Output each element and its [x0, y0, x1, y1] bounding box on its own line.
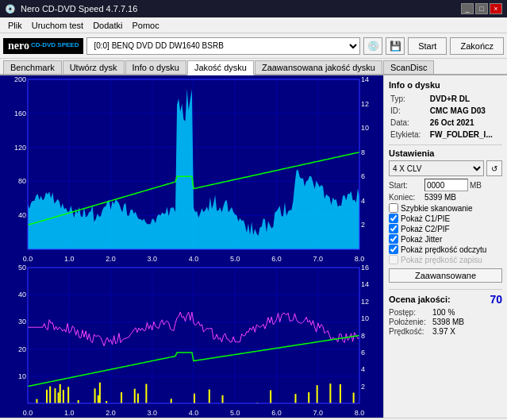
maximize-button[interactable]: □ — [475, 3, 488, 14]
cb-write-speed: Pokaż prędkość zapisu — [389, 255, 502, 264]
info-row-type: Typ: DVD+R DL — [390, 94, 501, 104]
tab-create-disc[interactable]: Utwórz dysk — [63, 60, 125, 74]
start-button[interactable]: Start — [408, 37, 447, 55]
speed-row: 4 X CLV ↺ — [389, 160, 502, 176]
position-label: Położenie: — [389, 318, 432, 326]
title-bar-left: 💿 Nero CD-DVD Speed 4.7.7.16 — [5, 4, 137, 14]
toolbar: nero CD-DVD SPEED [0:0] BENQ DVD DD DW16… — [0, 33, 507, 59]
speed-label: Prędkość: — [389, 327, 432, 336]
cb-c2pif: Pokaż C2/PIF — [389, 224, 502, 233]
info-val-label: FW_FOLDER_I... — [430, 129, 501, 140]
cb-jitter: Pokaż Jitter — [389, 234, 502, 244]
cb-read-speed: Pokaż prędkość odczytu — [389, 245, 502, 254]
save-icon-btn[interactable]: 💾 — [386, 37, 405, 55]
close-button[interactable]: × — [490, 3, 502, 14]
cb-fast-scan-input[interactable] — [389, 203, 398, 213]
start-unit: MB — [470, 181, 482, 190]
start-input[interactable] — [424, 179, 468, 191]
info-row-date: Data: 26 Oct 2021 — [390, 118, 501, 128]
tab-disc-info[interactable]: Info o dysku — [125, 60, 186, 74]
app-icon: 💿 — [5, 4, 16, 14]
cb-write-speed-input — [389, 255, 398, 264]
position-value: 5398 MB — [432, 318, 464, 326]
disc-info-title: Info o dysku — [389, 80, 502, 90]
info-val-date: 26 Oct 2021 — [430, 118, 501, 128]
divider1 — [389, 144, 502, 145]
advanced-button[interactable]: Zaawansowane — [389, 268, 502, 283]
cb-read-speed-input[interactable] — [389, 245, 398, 254]
charts-area — [0, 75, 384, 418]
tab-disc-quality[interactable]: Jakość dysku — [187, 60, 254, 75]
progress-label: Postęp: — [389, 308, 432, 317]
disc-icon-btn[interactable]: 💿 — [363, 37, 382, 55]
info-row-label: Etykieta: FW_FOLDER_I... — [390, 129, 501, 140]
settings-title: Ustawienia — [389, 148, 502, 158]
quality-label: Ocena jakości: — [389, 295, 451, 304]
info-val-type: DVD+R DL — [430, 94, 501, 104]
info-row-id: ID: CMC MAG D03 — [390, 106, 501, 116]
cb-jitter-input[interactable] — [389, 234, 398, 244]
menu-plik[interactable]: Plik — [3, 20, 27, 31]
end-mb-row: Koniec: 5399 MB — [389, 193, 502, 202]
upper-chart — [0, 75, 383, 264]
drive-select[interactable]: [0:0] BENQ DVD DD DW1640 BSRB — [86, 37, 360, 55]
cb-c2pif-input[interactable] — [389, 224, 398, 233]
info-panel: Info o dysku Typ: DVD+R DL ID: CMC MAG D… — [384, 75, 507, 418]
disc-info-table: Typ: DVD+R DL ID: CMC MAG D03 Data: 26 O… — [389, 92, 502, 141]
tab-advanced-quality[interactable]: Zaawansowana jakość dysku — [255, 60, 382, 74]
minimize-button[interactable]: _ — [461, 3, 474, 14]
cb-fast-scan-label: Szybkie skanowanie — [401, 204, 473, 213]
speed-row-2: Prędkość: 3.97 X — [389, 327, 502, 336]
menu-dodatki[interactable]: Dodatki — [88, 20, 127, 31]
main-content: Info o dysku Typ: DVD+R DL ID: CMC MAG D… — [0, 75, 507, 418]
end-label: Koniec: — [389, 193, 424, 202]
progress-row: Postęp: 100 % — [389, 308, 502, 317]
tab-scandisc[interactable]: ScanDisc — [383, 60, 434, 74]
cb-write-speed-label: Pokaż prędkość zapisu — [401, 256, 482, 264]
cb-fast-scan: Szybkie skanowanie — [389, 203, 502, 213]
nero-logo: nero CD-DVD SPEED — [3, 38, 83, 54]
quality-row: Ocena jakości: 70 — [389, 293, 502, 306]
cb-c2pif-label: Pokaż C2/PIF — [401, 225, 450, 233]
title-bar: 💿 Nero CD-DVD Speed 4.7.7.16 _ □ × — [0, 0, 507, 17]
cb-c1pie-input[interactable] — [389, 214, 398, 223]
progress-value: 100 % — [432, 308, 455, 317]
lower-chart — [0, 264, 383, 418]
app-title: Nero CD-DVD Speed 4.7.7.16 — [21, 4, 137, 13]
speed-select[interactable]: 4 X CLV — [389, 160, 484, 176]
cb-read-speed-label: Pokaż prędkość odczytu — [401, 245, 486, 254]
end-button[interactable]: Zakończ — [450, 37, 504, 55]
start-label: Start: — [389, 181, 424, 190]
cb-c1pie: Pokaż C1/PIE — [389, 214, 502, 223]
quality-value: 70 — [490, 293, 502, 306]
menu-pomoc[interactable]: Pomoc — [127, 20, 163, 31]
tab-benchmark[interactable]: Benchmark — [3, 60, 62, 74]
menu-bar: Plik Uruchom test Dodatki Pomoc — [0, 17, 507, 33]
tabs-bar: Benchmark Utwórz dysk Info o dysku Jakoś… — [0, 59, 507, 75]
speed-value: 3.97 X — [432, 327, 455, 336]
menu-uruchom[interactable]: Uruchom test — [27, 20, 88, 31]
start-mb-row: Start: MB — [389, 179, 502, 191]
refresh-button[interactable]: ↺ — [486, 160, 502, 176]
info-key-id: ID: — [390, 106, 428, 116]
info-key-type: Typ: — [390, 94, 428, 104]
divider2 — [389, 289, 502, 290]
title-bar-controls: _ □ × — [461, 3, 502, 14]
info-val-id: CMC MAG D03 — [430, 106, 501, 116]
end-value: 5399 MB — [424, 193, 456, 202]
cb-jitter-label: Pokaż Jitter — [401, 235, 442, 244]
info-key-label: Etykieta: — [390, 129, 428, 140]
info-key-date: Data: — [390, 118, 428, 128]
position-row: Położenie: 5398 MB — [389, 318, 502, 326]
cb-c1pie-label: Pokaż C1/PIE — [401, 214, 450, 223]
